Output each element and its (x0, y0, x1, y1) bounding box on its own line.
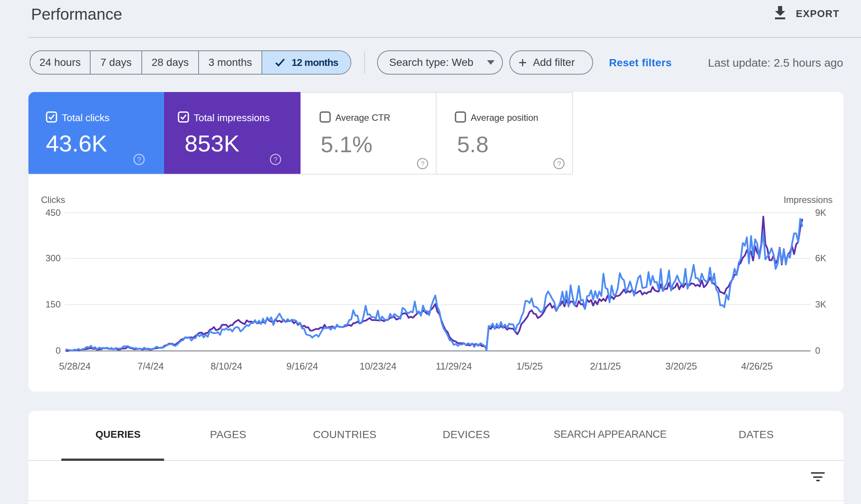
svg-text:0: 0 (56, 345, 61, 356)
svg-text:3/20/25: 3/20/25 (665, 361, 697, 371)
svg-text:2/11/25: 2/11/25 (590, 361, 621, 371)
svg-text:Clicks: Clicks (41, 195, 65, 205)
svg-text:10/23/24: 10/23/24 (360, 361, 396, 371)
svg-text:Impressions: Impressions (784, 195, 833, 205)
svg-text:11/29/24: 11/29/24 (436, 361, 472, 371)
svg-text:1/5/25: 1/5/25 (517, 361, 543, 371)
svg-text:4/26/25: 4/26/25 (741, 361, 773, 371)
svg-text:9K: 9K (815, 208, 826, 218)
svg-text:7/4/24: 7/4/24 (138, 361, 164, 371)
svg-text:3K: 3K (815, 299, 826, 309)
svg-text:5/28/24: 5/28/24 (59, 361, 91, 371)
svg-text:300: 300 (45, 253, 61, 263)
svg-text:150: 150 (45, 299, 61, 309)
svg-text:450: 450 (45, 208, 61, 218)
svg-text:0: 0 (815, 345, 820, 356)
svg-text:8/10/24: 8/10/24 (211, 361, 243, 371)
svg-text:9/16/24: 9/16/24 (286, 361, 318, 371)
svg-text:6K: 6K (815, 253, 826, 263)
